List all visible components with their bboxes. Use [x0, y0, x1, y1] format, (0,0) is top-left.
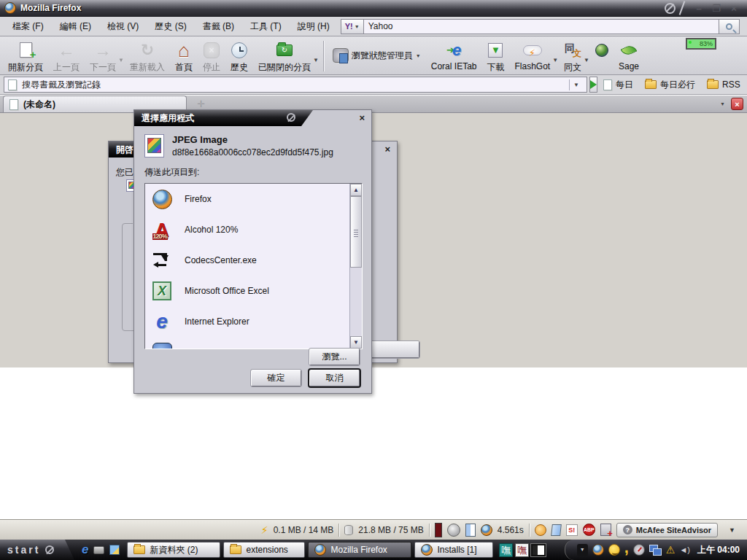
- closed-tabs-label: 已關閉的分頁: [258, 61, 311, 74]
- flashgot-dropdown-icon[interactable]: ▼: [552, 57, 558, 63]
- panel-toggle-icon[interactable]: [465, 524, 476, 537]
- task-extensions[interactable]: extensions: [223, 542, 305, 558]
- opening-dialog-button[interactable]: [369, 341, 419, 358]
- go-button[interactable]: [589, 77, 597, 93]
- flashgot-button[interactable]: FlashGot: [509, 39, 555, 72]
- tongwen-button[interactable]: 同文 同文: [559, 39, 587, 74]
- tray-smiley-icon[interactable]: [608, 544, 620, 556]
- list-item-alcohol[interactable]: A120% Alcohol 120%: [145, 214, 362, 245]
- ime-boshiamy-icon[interactable]: 嘸: [499, 543, 513, 557]
- stop-button[interactable]: × 停止: [198, 39, 225, 74]
- quicklaunch-app-icon[interactable]: [109, 545, 120, 555]
- menu-history[interactable]: 歷史 (S): [147, 18, 194, 36]
- list-item-excel[interactable]: X Microsoft Office Excel: [145, 276, 362, 306]
- browse-button[interactable]: 瀏覽...: [309, 349, 360, 365]
- close-button[interactable]: ×: [725, 3, 743, 14]
- window-titlebar[interactable]: Mozilla Firefox – ❐ ×: [0, 0, 747, 17]
- search-input[interactable]: Yahoo: [364, 19, 719, 34]
- stylish-icon[interactable]: [551, 524, 562, 536]
- firefox-icon: [421, 544, 433, 556]
- application-list[interactable]: Firefox A120% Alcohol 120% CodecsCenter.…: [144, 183, 363, 349]
- proxy-button[interactable]: [590, 39, 614, 72]
- search-go-button[interactable]: [719, 19, 740, 34]
- bookmark-daily-must-folder[interactable]: 每日必行: [639, 79, 701, 91]
- ok-button[interactable]: 確定: [251, 370, 301, 386]
- scroll-up-icon[interactable]: ▲: [350, 184, 362, 196]
- back-button[interactable]: ← 上一頁: [48, 39, 85, 74]
- menu-edit[interactable]: 編輯 (E): [52, 18, 99, 36]
- dialog-close-icon[interactable]: ×: [359, 112, 365, 123]
- forward-button[interactable]: → 下一頁: [85, 39, 121, 74]
- menu-help[interactable]: 說明 (H): [290, 18, 338, 36]
- tray-gauge-icon[interactable]: [633, 544, 645, 556]
- forward-label: 下一頁: [90, 61, 116, 74]
- tray-volume-icon[interactable]: ◄): [679, 545, 690, 554]
- question-icon: ?: [623, 525, 632, 534]
- url-dropdown-icon[interactable]: ▼: [569, 79, 583, 90]
- navigation-toolbar: + 開新分頁 ← 上一頁 → 下一頁 ▼ ↻ 重新載入 ⌂ 首頁 × 停止 歷史: [0, 36, 747, 75]
- tray-warning-icon[interactable]: ⚠: [666, 544, 676, 556]
- siteadvisor-button[interactable]: ? McAfee SiteAdvisor: [616, 523, 718, 537]
- history-button[interactable]: 歷史: [225, 39, 253, 74]
- scroll-down-icon[interactable]: ▼: [350, 336, 362, 349]
- greasemonkey-icon[interactable]: [535, 524, 546, 536]
- show-desktop-icon[interactable]: [93, 546, 104, 554]
- dialog-titlebar[interactable]: 選擇應用程式: [134, 110, 313, 126]
- menu-bookmarks[interactable]: 書籤 (B): [195, 18, 242, 36]
- list-item-codecscenter[interactable]: CodecsCenter.exe: [145, 245, 362, 276]
- restore-button[interactable]: ❐: [708, 3, 725, 14]
- task-installs[interactable]: Installs [1]: [414, 542, 493, 558]
- tab-list-dropdown-icon[interactable]: ▼: [720, 101, 725, 106]
- clipboard-add-icon[interactable]: [600, 524, 611, 536]
- arrows-icon: [152, 252, 172, 269]
- task-new-folder[interactable]: 新資料夾 (2): [127, 542, 220, 558]
- home-button[interactable]: ⌂ 首頁: [170, 39, 198, 74]
- task-mozilla-firefox[interactable]: Mozilla Firefox: [308, 542, 411, 558]
- reload-button[interactable]: ↻ 重新載入: [125, 39, 170, 74]
- bookmark-daily[interactable]: 每日: [597, 79, 639, 91]
- fox-swirl-icon[interactable]: [447, 524, 460, 537]
- cancel-button[interactable]: 取消: [309, 370, 360, 386]
- menu-tools[interactable]: 工具 (T): [242, 18, 290, 36]
- download-button[interactable]: ▼ 下載: [481, 39, 509, 74]
- new-tab-plus-icon[interactable]: ✛: [197, 98, 205, 109]
- app-name: Alcohol 120%: [185, 225, 238, 235]
- list-scrollbar[interactable]: ▲ ▼: [349, 184, 362, 349]
- tongwen-dropdown-icon[interactable]: ▼: [584, 57, 589, 63]
- list-item-internet-explorer[interactable]: e Internet Explorer: [145, 306, 362, 337]
- tray-messenger-icon[interactable]: ,: [624, 544, 629, 556]
- opening-dialog-close-icon[interactable]: ×: [384, 144, 390, 155]
- scrollbar-thumb[interactable]: [350, 196, 362, 268]
- ime-alt-icon[interactable]: 嘸: [515, 543, 529, 557]
- url-input[interactable]: 搜尋書籤及瀏覽記錄 ▼: [4, 77, 587, 93]
- location-row: 搜尋書籤及瀏覽記錄 ▼ 每日 每日必行 RSS: [0, 75, 747, 95]
- tray-clock: 上午 04:00: [697, 544, 740, 556]
- forward-dropdown-icon[interactable]: ▼: [118, 57, 124, 63]
- siteadvisor-dropdown-icon[interactable]: ▼: [729, 526, 735, 534]
- browser-content: 開啓中 × 您已 Fir 選擇應用程式 ×: [0, 113, 747, 519]
- sage-button[interactable]: Sage: [614, 39, 644, 72]
- coral-ietab-button[interactable]: ➔e Coral IETab: [426, 39, 482, 72]
- reload-label: 重新載入: [130, 61, 165, 74]
- scrapbook-icon[interactable]: S!: [566, 524, 578, 536]
- search-engine-button[interactable]: Y! ▼: [341, 19, 364, 34]
- quicklaunch-ie-icon[interactable]: e: [82, 542, 88, 557]
- new-tab-button[interactable]: + 開新分頁: [3, 39, 48, 74]
- menu-view[interactable]: 檢視 (V): [99, 18, 147, 36]
- list-item-firefox[interactable]: Firefox: [145, 184, 362, 214]
- tray-network-icon[interactable]: [649, 545, 662, 556]
- tray-collapse-icon[interactable]: ▼: [577, 544, 588, 556]
- closed-tabs-button[interactable]: ↻ 已關閉的分頁: [253, 39, 316, 74]
- statusbar-meter-icon[interactable]: [435, 523, 442, 537]
- close-tab-button[interactable]: ×: [731, 98, 743, 110]
- adblock-plus-icon[interactable]: ABP: [583, 524, 595, 536]
- minimize-button[interactable]: –: [690, 3, 708, 14]
- menu-file[interactable]: 檔案 (F): [4, 18, 52, 36]
- tray-firefox-icon[interactable]: [592, 544, 604, 556]
- bookmark-rss-folder[interactable]: RSS: [701, 79, 746, 90]
- list-item-partial[interactable]: [145, 337, 362, 349]
- closed-tabs-dropdown-icon[interactable]: ▼: [313, 57, 319, 63]
- ime-halfwidth-icon[interactable]: [531, 544, 546, 556]
- start-button[interactable]: start: [0, 540, 74, 560]
- session-manager-button[interactable]: 瀏覽狀態管理員 ▼: [328, 39, 426, 63]
